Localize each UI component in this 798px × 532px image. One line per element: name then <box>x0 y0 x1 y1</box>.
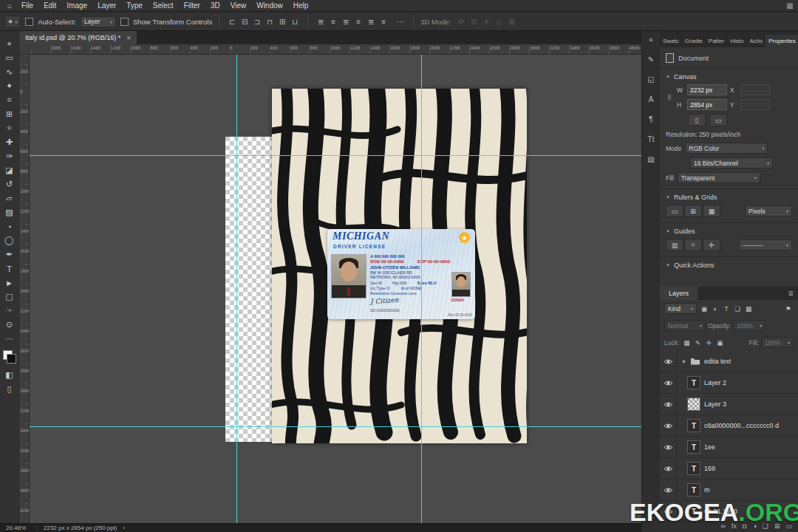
3d-pan-icon[interactable]: ✛ <box>480 16 492 27</box>
canvas-fill-dropdown[interactable]: Transparent ▾ <box>678 172 760 183</box>
width-field[interactable]: 2232 px <box>687 84 727 95</box>
menu-layer[interactable]: Layer <box>92 1 121 10</box>
x-field[interactable] <box>740 84 770 95</box>
zoom-tool[interactable]: ⊙ <box>1 318 18 332</box>
menu-help[interactable]: Help <box>288 1 314 10</box>
orientation-portrait-button[interactable]: ▯ <box>688 114 706 126</box>
background-color-swatch[interactable] <box>7 354 16 364</box>
distribute-left-icon[interactable]: ≡ <box>378 16 389 27</box>
paragraph-panel-icon[interactable]: ¶ <box>644 113 658 125</box>
menu-type[interactable]: Type <box>121 1 148 10</box>
quick-actions-section-header[interactable]: ▼ Quick Actions <box>660 256 798 269</box>
blur-tool[interactable]: ◔ <box>1 219 18 233</box>
layer-row-169[interactable]: T169 <box>660 458 798 480</box>
grid-toggle-icon[interactable]: ⊞ <box>684 205 702 217</box>
filter-smart-object-icon[interactable]: ▦ <box>743 304 754 313</box>
layer-row-c8a0000000-ccccccc0-d[interactable]: Tc8a0000000...ccccccc0 d <box>660 415 798 437</box>
show-transform-controls-checkbox[interactable] <box>120 18 129 26</box>
eraser-tool[interactable]: ▱ <box>1 191 18 205</box>
guide-horizontal-2[interactable] <box>30 426 641 427</box>
layer-row-m[interactable]: Tm <box>660 480 798 501</box>
ruler-toggle-icon[interactable]: ▭ <box>666 205 683 217</box>
height-field[interactable]: 2854 px <box>687 99 727 110</box>
layer-visibility-toggle[interactable] <box>660 501 677 522</box>
clone-source-icon[interactable]: ◱ <box>644 73 658 85</box>
shape-tool[interactable]: ▢ <box>1 290 18 304</box>
guide-vertical-2[interactable] <box>421 55 422 523</box>
guide-horizontal-1[interactable] <box>30 155 641 156</box>
y-field[interactable] <box>740 99 770 110</box>
panel-tab-histo[interactable]: Histo <box>727 35 746 47</box>
layer-visibility-toggle[interactable] <box>660 458 677 479</box>
layer-row-layer-3[interactable]: Layer 3 <box>660 394 798 415</box>
guide-style-dropdown[interactable]: ———— ▾ <box>739 239 792 250</box>
3d-scale-icon[interactable]: ⊞ <box>505 16 517 27</box>
document-tab[interactable]: Italy id.psd @ 20.7% (RGB/16) * × <box>19 31 137 44</box>
lasso-tool[interactable]: ∿ <box>1 65 18 79</box>
distribute-vertical-icon[interactable]: ≣ <box>315 16 327 27</box>
units-dropdown[interactable]: Pixels ▾ <box>745 205 792 216</box>
link-dimensions-icon[interactable]: ∞ <box>666 94 674 101</box>
guides-section-header[interactable]: ▼ Guides <box>660 222 798 235</box>
clear-guides-icon[interactable]: ✛ <box>703 239 720 251</box>
align-center-h-icon[interactable]: ⊟ <box>239 16 250 27</box>
layer-effects-icon[interactable]: fx <box>732 522 737 530</box>
workspace-switcher-icon[interactable]: ▦ <box>782 1 798 10</box>
opacity-field[interactable]: 100% ▾ <box>733 320 765 331</box>
brush-tool[interactable]: ✑ <box>1 149 18 163</box>
filter-shape-icon[interactable]: ❏ <box>732 304 743 313</box>
menu-view[interactable]: View <box>225 1 252 10</box>
status-chevron-icon[interactable]: › <box>123 525 125 531</box>
type-tool[interactable]: T <box>1 262 18 276</box>
edit-toolbar-icon[interactable]: ⋯ <box>1 332 18 346</box>
auto-select-target-dropdown[interactable]: Layer ▾ <box>81 16 116 27</box>
lock-transparency-icon[interactable]: ▦ <box>681 338 692 347</box>
layer-visibility-toggle[interactable] <box>660 415 677 436</box>
3d-orbit-icon[interactable]: ⟳ <box>455 16 467 27</box>
adjustment-layer-icon[interactable]: ◑ <box>752 522 756 530</box>
menu-window[interactable]: Window <box>251 1 288 10</box>
lock-position-icon[interactable]: ✛ <box>703 338 714 347</box>
filter-pixel-icon[interactable]: ▣ <box>699 304 709 313</box>
frame-tool[interactable]: ⊞ <box>1 107 18 121</box>
path-selection-tool[interactable]: ► <box>1 276 18 290</box>
layer-visibility-toggle[interactable] <box>660 437 677 457</box>
lock-all-icon[interactable]: ▣ <box>715 338 725 347</box>
glyphs-panel-icon[interactable]: Tt <box>644 133 658 145</box>
panel-tab-actio[interactable]: Actio <box>746 35 765 47</box>
new-layer-icon[interactable]: ⊞ <box>774 522 780 530</box>
align-center-v-icon[interactable]: ⊞ <box>276 16 288 27</box>
horizontal-ruler[interactable]: 1800160014001200100080060040020002004006… <box>30 44 641 55</box>
new-guide-layout-icon[interactable]: ▥ <box>666 239 683 251</box>
auto-select-checkbox[interactable] <box>25 18 33 26</box>
align-top-icon[interactable]: ⊓ <box>264 16 276 27</box>
3d-slide-icon[interactable]: ◇ <box>493 16 505 27</box>
layer-mask-icon[interactable]: ◘ <box>743 522 746 530</box>
layer-visibility-toggle[interactable] <box>660 351 677 372</box>
hand-tool[interactable]: ☞ <box>1 304 18 318</box>
distribute-bottom-icon[interactable]: ≣ <box>365 16 377 27</box>
chevron-down-icon[interactable]: ▼ <box>681 359 686 364</box>
character-panel-icon[interactable]: A <box>644 93 658 105</box>
healing-brush-tool[interactable]: ✚ <box>1 135 18 149</box>
menu-image[interactable]: Image <box>61 1 92 10</box>
vertical-ruler[interactable]: 2000200400600800100012001400160018002000… <box>19 55 30 523</box>
panel-tab-properties[interactable]: Properties <box>765 35 798 47</box>
guide-vertical-1[interactable] <box>236 55 237 523</box>
collapse-panels-icon[interactable]: « <box>644 33 658 45</box>
align-bottom-icon[interactable]: ⊔ <box>289 16 301 27</box>
brush-settings-icon[interactable]: ✎ <box>644 53 658 65</box>
more-options-icon[interactable]: ⋯ <box>394 17 406 27</box>
delete-layer-icon[interactable]: ▭ <box>785 522 792 530</box>
document-canvas[interactable]: MICHIGAN DRIVER LICENSE ★ A 000 000 000 … <box>30 55 641 523</box>
tab-layers[interactable]: Layers <box>660 287 698 300</box>
align-left-icon[interactable]: ⊏ <box>226 16 238 27</box>
layer-row-edita-text[interactable]: ▼edita text <box>660 351 798 372</box>
clone-stamp-tool[interactable]: ◪ <box>1 163 18 177</box>
menu-edit[interactable]: Edit <box>38 1 61 10</box>
distribute-horizontal-icon[interactable]: ≡ <box>327 16 339 27</box>
bit-depth-dropdown[interactable]: 16 Bits/Channel ▾ <box>690 157 773 168</box>
blend-mode-dropdown[interactable]: Normal ▾ <box>664 320 706 331</box>
panel-tab-swatc[interactable]: Swatc <box>660 35 682 47</box>
libraries-panel-icon[interactable]: ▤ <box>644 153 658 165</box>
